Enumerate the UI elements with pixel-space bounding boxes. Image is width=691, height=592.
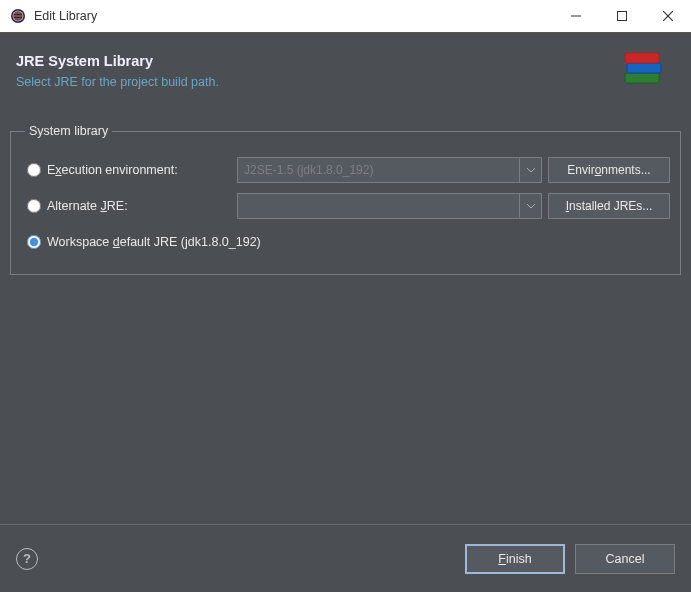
minimize-button[interactable] (553, 0, 599, 32)
svg-rect-7 (627, 63, 661, 73)
exec-env-radio[interactable] (27, 163, 41, 177)
window-title: Edit Library (34, 9, 553, 23)
installed-jres-button[interactable]: Installed JREs... (548, 193, 670, 219)
workspace-default-radio[interactable] (27, 235, 41, 249)
library-icon (611, 48, 671, 93)
chevron-down-icon (519, 194, 541, 218)
svg-rect-8 (625, 53, 659, 63)
alternate-jre-combo[interactable] (237, 193, 542, 219)
group-legend: System library (25, 124, 112, 138)
close-button[interactable] (645, 0, 691, 32)
finish-button[interactable]: Finish (465, 544, 565, 574)
alternate-jre-label: Alternate JRE: (47, 199, 128, 213)
alternate-jre-radio[interactable] (27, 199, 41, 213)
svg-rect-3 (618, 12, 627, 21)
workspace-default-radio-option[interactable]: Workspace default JRE (jdk1.8.0_192) (21, 235, 261, 249)
dialog-footer: ? Finish Cancel (0, 524, 691, 592)
eclipse-icon (10, 8, 26, 24)
dialog-header: JRE System Library Select JRE for the pr… (0, 33, 691, 108)
window-controls (553, 0, 691, 32)
workspace-default-label: Workspace default JRE (jdk1.8.0_192) (47, 235, 261, 249)
alternate-jre-radio-option[interactable]: Alternate JRE: (21, 199, 231, 213)
dialog-content: System library Execution environment: J2… (0, 108, 691, 524)
header-title: JRE System Library (16, 53, 611, 69)
cancel-button[interactable]: Cancel (575, 544, 675, 574)
exec-env-label: Execution environment: (47, 163, 178, 177)
system-library-group: System library Execution environment: J2… (10, 124, 681, 275)
environments-button[interactable]: Environments... (548, 157, 670, 183)
exec-env-combo-value: J2SE-1.5 (jdk1.8.0_192) (244, 163, 373, 177)
header-subtitle: Select JRE for the project build path. (16, 75, 611, 89)
svg-rect-6 (625, 73, 659, 83)
exec-env-radio-option[interactable]: Execution environment: (21, 163, 231, 177)
title-bar: Edit Library (0, 0, 691, 33)
help-icon[interactable]: ? (16, 548, 38, 570)
exec-env-combo[interactable]: J2SE-1.5 (jdk1.8.0_192) (237, 157, 542, 183)
maximize-button[interactable] (599, 0, 645, 32)
chevron-down-icon (519, 158, 541, 182)
